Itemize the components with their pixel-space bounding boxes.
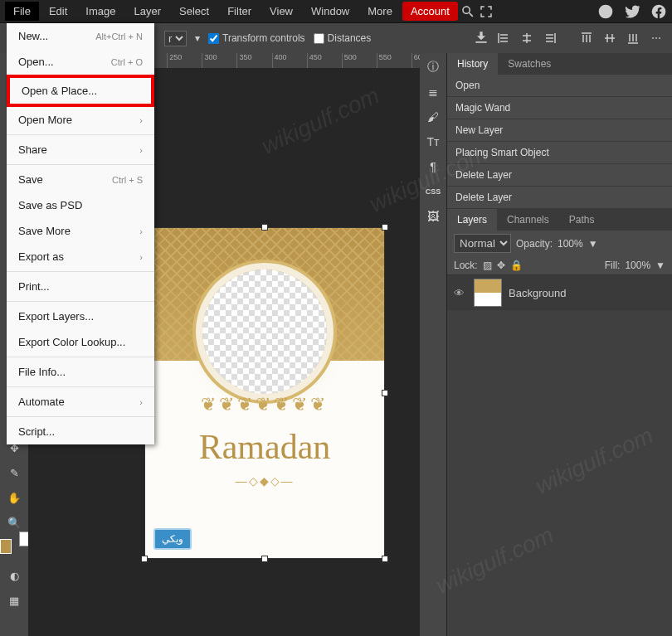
brush-panel-icon[interactable]: 🖌 <box>422 106 444 128</box>
tool-screenmode[interactable]: ▦ <box>2 589 26 612</box>
menu-item-save[interactable]: SaveCtrl + S <box>7 167 154 192</box>
layer-thumbnail <box>474 279 502 307</box>
blend-mode-select[interactable]: Normal <box>454 234 511 253</box>
fullscreen-icon[interactable] <box>478 3 494 20</box>
history-item[interactable]: New Layer <box>447 119 672 142</box>
layer-name: Background <box>509 287 566 299</box>
menu-image[interactable]: Image <box>77 2 124 21</box>
mini-panel-icons: ⓘ ≣ 🖌 Tт ¶ CSS 🖼 <box>420 53 446 636</box>
menu-item-open-[interactable]: Open...Ctrl + O <box>7 49 154 75</box>
watermark-logo: ويكي <box>153 528 192 550</box>
align-center-v-icon[interactable] <box>601 29 619 47</box>
dropdown-icon[interactable]: ▼ <box>588 238 598 250</box>
reddit-icon[interactable] <box>597 3 614 20</box>
collapse-handle[interactable]: « » <box>151 68 446 76</box>
align-top-icon[interactable] <box>577 29 596 47</box>
align-right-icon[interactable] <box>541 29 559 47</box>
image-panel-icon[interactable]: 🖼 <box>422 206 444 227</box>
lock-pixels-icon[interactable]: ▨ <box>483 260 492 271</box>
menu-item-export-color-lookup-[interactable]: Export Color Lookup... <box>7 329 154 355</box>
transform-checkbox[interactable]: Transform controls <box>208 32 305 44</box>
menu-item-open-more[interactable]: Open More› <box>7 107 154 133</box>
lock-all-icon[interactable]: 🔒 <box>510 260 523 271</box>
menu-item-share[interactable]: Share› <box>7 137 154 163</box>
tool-zoom[interactable]: 🔍 <box>2 511 26 534</box>
menu-view[interactable]: View <box>261 2 301 21</box>
align-bottom-icon[interactable] <box>624 29 642 47</box>
tab-paths[interactable]: Paths <box>559 209 605 231</box>
info-panel-icon[interactable]: ⓘ <box>422 56 444 78</box>
lock-label: Lock: <box>454 260 478 271</box>
download-icon[interactable] <box>473 29 489 46</box>
file-menu-dropdown: New...Alt+Ctrl + NOpen...Ctrl + OOpen & … <box>7 23 154 444</box>
menu-item-save-more[interactable]: Save More› <box>7 218 154 244</box>
fill-label: Fill: <box>605 260 621 271</box>
opacity-value[interactable]: 100% <box>558 238 583 250</box>
history-list: Open Magic Wand New Layer Placing Smart … <box>447 75 672 209</box>
menu-file[interactable]: File <box>5 2 39 21</box>
history-item[interactable]: Delete Layer <box>447 164 672 187</box>
visibility-icon[interactable]: 👁 <box>454 287 467 299</box>
paragraph-panel-icon[interactable]: ≣ <box>422 81 444 103</box>
tool-pen[interactable]: ✎ <box>2 461 26 484</box>
glyph-panel-icon[interactable]: ¶ <box>422 156 444 177</box>
history-item[interactable]: Open <box>447 75 672 97</box>
align-left-icon[interactable] <box>494 29 513 47</box>
svg-point-0 <box>599 4 613 18</box>
menu-item-print-[interactable]: Print... <box>7 274 154 299</box>
facebook-icon[interactable] <box>650 3 667 20</box>
menu-layer[interactable]: Layer <box>126 2 170 21</box>
tab-channels[interactable]: Channels <box>497 209 559 231</box>
more-icon[interactable]: ⋯ <box>647 29 665 47</box>
menu-select[interactable]: Select <box>171 2 217 21</box>
search-icon[interactable] <box>460 3 476 20</box>
toolbar-dropdown[interactable]: r <box>164 31 187 46</box>
menu-bar: File Edit Image Layer Select Filter View… <box>0 0 672 23</box>
twitter-icon[interactable] <box>624 3 640 20</box>
align-center-h-icon[interactable] <box>518 29 536 47</box>
ramadan-text: Ramadan <box>145 427 384 467</box>
dropdown-icon[interactable]: ▼ <box>655 260 665 271</box>
menu-item-export-layers-[interactable]: Export Layers... <box>7 303 154 329</box>
menu-filter[interactable]: Filter <box>219 2 260 21</box>
flourish-icon: ―◇◆◇― <box>145 474 384 488</box>
tab-history[interactable]: History <box>447 53 498 75</box>
menu-item-save-as-psd[interactable]: Save as PSD <box>7 192 154 218</box>
menu-window[interactable]: Window <box>303 2 358 21</box>
history-item[interactable]: Magic Wand <box>447 97 672 119</box>
menu-account[interactable]: Account <box>402 2 458 21</box>
tool-quickmask[interactable]: ◐ <box>2 564 26 587</box>
transparent-circle <box>202 269 327 394</box>
menu-more[interactable]: More <box>359 2 401 21</box>
lock-position-icon[interactable]: ✥ <box>497 260 505 271</box>
menu-item-open-place-[interactable]: Open & Place... <box>7 75 154 107</box>
menu-edit[interactable]: Edit <box>41 2 75 21</box>
history-item[interactable]: Placing Smart Object <box>447 142 672 164</box>
opacity-label: Opacity: <box>516 238 553 250</box>
menu-item-script-[interactable]: Script... <box>7 419 154 444</box>
tab-layers[interactable]: Layers <box>447 209 497 231</box>
character-panel-icon[interactable]: Tт <box>422 131 444 153</box>
menu-item-automate[interactable]: Automate› <box>7 389 154 415</box>
ornament-icon: ❦❦❦❦❦❦❦ <box>145 394 384 415</box>
color-swatches[interactable] <box>2 536 26 562</box>
tool-hand[interactable]: ✋ <box>2 486 26 509</box>
layer-row[interactable]: 👁 Background <box>447 275 672 310</box>
document-canvas[interactable]: ❦❦❦❦❦❦❦ Ramadan ―◇◆◇― ويكي <box>144 227 385 559</box>
tab-swatches[interactable]: Swatches <box>498 53 561 75</box>
menu-item-export-as[interactable]: Export as› <box>7 244 154 269</box>
distances-checkbox[interactable]: Distances <box>314 32 372 44</box>
history-item[interactable]: Delete Layer <box>447 187 672 209</box>
css-panel-icon[interactable]: CSS <box>422 181 444 202</box>
menu-item-file-info-[interactable]: File Info... <box>7 359 154 385</box>
menu-item-new-[interactable]: New...Alt+Ctrl + N <box>7 23 154 49</box>
right-panels: History Swatches Open Magic Wand New Lay… <box>446 53 672 636</box>
fill-value[interactable]: 100% <box>625 260 650 271</box>
